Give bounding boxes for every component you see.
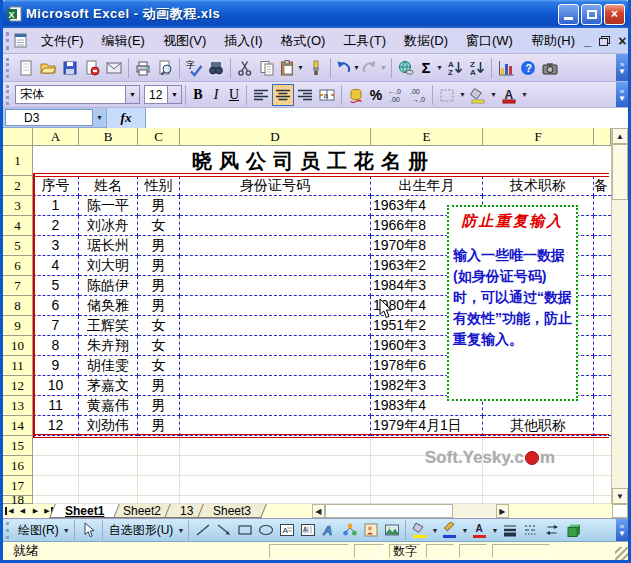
- row-header-3[interactable]: 3: [3, 196, 33, 216]
- table-cell[interactable]: 12: [33, 416, 79, 436]
- empty-cell[interactable]: [483, 496, 594, 504]
- empty-cell[interactable]: [180, 496, 371, 504]
- sort-ascending-icon[interactable]: AZ: [444, 57, 466, 79]
- row-header-11[interactable]: 11: [3, 356, 33, 376]
- draw-menu-button[interactable]: 绘图(R): [15, 522, 62, 539]
- menu-item[interactable]: 格式(O): [272, 29, 335, 53]
- row-header-9[interactable]: 9: [3, 316, 33, 336]
- mail-icon[interactable]: [103, 57, 125, 79]
- empty-cell[interactable]: [180, 436, 371, 456]
- table-header-cell-partial[interactable]: 备: [594, 176, 611, 196]
- print-preview-icon[interactable]: [154, 57, 176, 79]
- currency-icon[interactable]: [345, 84, 367, 106]
- table-cell[interactable]: 女: [138, 216, 180, 236]
- workbook-restore-icon[interactable]: [599, 36, 610, 46]
- empty-cell[interactable]: [33, 496, 79, 504]
- prev-sheet-icon[interactable]: ◀: [16, 504, 29, 518]
- redo-icon[interactable]: [361, 57, 379, 79]
- row-header-15[interactable]: 15: [3, 436, 33, 456]
- undo-dropdown-icon[interactable]: ▼: [352, 64, 361, 71]
- chart-wizard-icon[interactable]: [495, 57, 517, 79]
- table-cell[interactable]: [180, 256, 371, 276]
- fill-color-dropdown-icon[interactable]: ▼: [489, 91, 498, 98]
- select-objects-icon[interactable]: [78, 520, 99, 540]
- table-header-cell[interactable]: 身份证号码: [180, 176, 371, 196]
- table-cell[interactable]: 1: [33, 196, 79, 216]
- table-cell[interactable]: 女: [138, 356, 180, 376]
- line-style-icon[interactable]: [499, 520, 520, 540]
- arrow-icon[interactable]: [213, 520, 234, 540]
- scroll-up-icon[interactable]: ▲: [612, 128, 628, 144]
- table-cell[interactable]: [180, 296, 371, 316]
- table-cell[interactable]: 6: [33, 296, 79, 316]
- empty-cell[interactable]: [33, 436, 79, 456]
- format-painter-icon[interactable]: [305, 57, 327, 79]
- table-cell[interactable]: [180, 416, 371, 436]
- tab-split-handle[interactable]: [612, 504, 628, 518]
- horizontal-scroll-thumb[interactable]: [325, 504, 453, 518]
- table-cell[interactable]: [594, 416, 611, 436]
- oval-icon[interactable]: [255, 520, 276, 540]
- table-cell[interactable]: [180, 196, 371, 216]
- table-cell[interactable]: [180, 236, 371, 256]
- table-cell[interactable]: 陈皓伊: [79, 276, 138, 296]
- font-color-dropdown-icon[interactable]: ▼: [520, 91, 529, 98]
- scroll-down-icon[interactable]: ▼: [612, 488, 628, 504]
- permission-icon[interactable]: [81, 57, 103, 79]
- menu-item[interactable]: 插入(I): [215, 29, 271, 53]
- minimize-button[interactable]: [558, 4, 579, 25]
- chevron-down-icon[interactable]: ▼: [167, 86, 181, 103]
- empty-cell[interactable]: [594, 436, 611, 456]
- row-header-1[interactable]: 1: [3, 146, 33, 176]
- name-box[interactable]: D3: [5, 109, 93, 126]
- toolbar-options-icon[interactable]: »▼: [616, 82, 628, 107]
- empty-cell[interactable]: [483, 476, 594, 496]
- new-icon[interactable]: [15, 57, 37, 79]
- empty-cell[interactable]: [180, 456, 371, 476]
- table-cell[interactable]: 女: [138, 336, 180, 356]
- table-cell[interactable]: [594, 216, 611, 236]
- table-cell[interactable]: 9: [33, 356, 79, 376]
- table-cell[interactable]: 男: [138, 296, 180, 316]
- increase-decimal-icon[interactable]: ←.0.00: [385, 84, 407, 106]
- font-color-icon[interactable]: A: [498, 84, 520, 106]
- empty-cell[interactable]: [33, 456, 79, 476]
- percent-icon[interactable]: %: [367, 84, 385, 106]
- vertical-scroll-thumb[interactable]: [612, 144, 628, 200]
- row-header-10[interactable]: 10: [3, 336, 33, 356]
- menu-grip[interactable]: [6, 32, 9, 50]
- close-button[interactable]: ×: [604, 4, 625, 25]
- text-box-icon[interactable]: A: [276, 520, 297, 540]
- row-header-16[interactable]: 16: [3, 456, 33, 476]
- column-header-F[interactable]: F: [483, 128, 594, 146]
- draw-font-color-icon[interactable]: A: [469, 520, 490, 540]
- toolbar-options-icon[interactable]: »▼: [616, 519, 628, 541]
- table-cell[interactable]: [594, 336, 611, 356]
- empty-cell[interactable]: [138, 496, 180, 504]
- column-header-E[interactable]: E: [371, 128, 483, 146]
- table-cell[interactable]: [594, 276, 611, 296]
- next-sheet-icon[interactable]: ▶: [29, 504, 42, 518]
- table-cell[interactable]: [594, 356, 611, 376]
- column-header-C[interactable]: C: [138, 128, 180, 146]
- workbook-close-icon[interactable]: ×: [618, 36, 626, 46]
- menu-item[interactable]: 文件(F): [32, 29, 93, 53]
- draw-fill-color-icon[interactable]: [409, 520, 430, 540]
- table-cell[interactable]: 胡佳雯: [79, 356, 138, 376]
- shadow-3d-icon[interactable]: [562, 520, 583, 540]
- table-cell[interactable]: [180, 216, 371, 236]
- maximize-button[interactable]: [581, 4, 602, 25]
- autosum-dropdown-icon[interactable]: ▼: [435, 64, 444, 71]
- line-icon[interactable]: [192, 520, 213, 540]
- table-cell[interactable]: [594, 376, 611, 396]
- help-icon[interactable]: ?: [517, 57, 539, 79]
- scroll-right-icon[interactable]: ▶: [496, 504, 509, 518]
- spelling-icon[interactable]: 字: [183, 57, 205, 79]
- table-cell[interactable]: 10: [33, 376, 79, 396]
- column-header-D[interactable]: D: [180, 128, 371, 146]
- row-header-4[interactable]: 4: [3, 216, 33, 236]
- table-header-cell[interactable]: 出生年月: [371, 176, 483, 196]
- copy-icon[interactable]: [256, 57, 278, 79]
- toolbar-grip[interactable]: [6, 58, 11, 78]
- menu-item[interactable]: 帮助(H): [522, 29, 584, 53]
